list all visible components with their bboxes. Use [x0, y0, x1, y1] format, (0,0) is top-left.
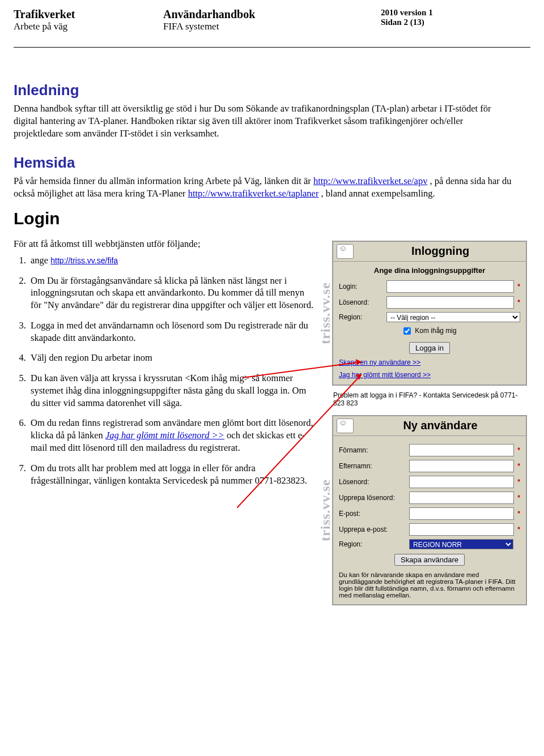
- header-system: FIFA systemet: [163, 21, 313, 32]
- newuser-note: Du kan för närvarande skapa en användare…: [339, 571, 520, 599]
- link-triss-fifa[interactable]: http://triss.vv.se/fifa: [50, 256, 118, 265]
- step1-pre: ange: [31, 255, 50, 266]
- link-apv[interactable]: http://www.trafikverket.se/apv: [313, 176, 427, 186]
- create-user-button[interactable]: Skapa användare: [394, 554, 465, 566]
- fornamn-input[interactable]: [409, 444, 514, 456]
- newuser-panel-title-row: Ny användare: [333, 416, 526, 436]
- newuser-panel: Ny användare Förnamn: * Efternamn: * Lös…: [332, 415, 527, 605]
- losenord-label: Lösenord:: [339, 478, 409, 486]
- section-login-title: Login: [14, 209, 530, 228]
- link-forgot-password[interactable]: Jag har glömt mitt lösenord >>: [339, 371, 431, 379]
- login-panel-title-row: Inloggning: [333, 242, 526, 262]
- link-new-user[interactable]: Skapa en ny användare >>: [339, 358, 420, 366]
- login-input[interactable]: [386, 280, 514, 293]
- req-icon: *: [517, 510, 520, 518]
- epost-label: E-post:: [339, 510, 409, 518]
- watermark-newuser: triss.vv.se: [317, 415, 333, 605]
- newuser-region-label: Region:: [339, 540, 409, 548]
- section-inledning-body: Denna handbok syftar till att översiktli…: [14, 102, 512, 139]
- header-org: Trafikverket: [14, 8, 163, 21]
- efternamn-label: Efternamn:: [339, 462, 409, 470]
- header-version: 2010 version 1: [381, 8, 530, 18]
- link-taplaner[interactable]: http://www.trafikverket.se/taplaner: [188, 188, 319, 199]
- req-icon: *: [517, 478, 520, 486]
- region-select[interactable]: -- Välj region --: [386, 312, 520, 322]
- req-icon: *: [517, 494, 520, 502]
- section-hemsida-title: Hemsida: [14, 154, 530, 172]
- req-icon: *: [517, 462, 520, 470]
- avatar-icon: [337, 244, 354, 259]
- password-label: Lösenord:: [339, 298, 386, 306]
- login-label: Login:: [339, 283, 386, 291]
- newuser-panel-title: Ny användare: [358, 419, 522, 432]
- step-5: Du kan även välja att kryssa i kryssruta…: [28, 372, 314, 409]
- header-rule: [14, 47, 530, 48]
- efternamn-input[interactable]: [409, 460, 514, 472]
- header-page: Sidan 2 (13): [381, 18, 530, 27]
- step-7: Om du trots allt har problem med att log…: [28, 462, 314, 487]
- section-hemsida-body: På vår hemsida finner du allmän informat…: [14, 175, 512, 200]
- section-inledning-title: Inledning: [14, 82, 530, 99]
- password-input[interactable]: [386, 296, 514, 309]
- step-4: Välj den region Du arbetar inom: [28, 352, 314, 364]
- password-required: *: [517, 298, 520, 306]
- login-panel-title: Inloggning: [358, 245, 522, 258]
- hemsida-post: , bland annat exempelsamling.: [321, 188, 435, 199]
- document-header: Trafikverket Arbete på väg Användarhandb…: [14, 8, 530, 32]
- step-2: Om Du är förstagångsanvändare så klicka …: [28, 275, 314, 311]
- remember-checkbox[interactable]: [403, 327, 411, 335]
- link-forgot-inline[interactable]: Jag har glömt mitt lösenord >>: [105, 430, 224, 441]
- req-icon: *: [517, 446, 520, 454]
- req-icon: *: [517, 526, 520, 533]
- problem-text: Problem att logga in i FIFA? - Kontakta …: [333, 391, 520, 407]
- newuser-region-select[interactable]: REGION NORR: [409, 539, 513, 549]
- header-title: Användarhandbok: [163, 8, 313, 21]
- hemsida-pre: På vår hemsida finner du allmän informat…: [14, 176, 313, 186]
- login-button[interactable]: Logga in: [409, 342, 450, 354]
- steps-intro: För att få åtkomst till webbtjänsten utf…: [14, 238, 314, 250]
- header-sub-left: Arbete på väg: [14, 21, 163, 32]
- watermark-login: triss.vv.se: [317, 241, 333, 386]
- losenord-input[interactable]: [409, 476, 514, 488]
- login-required: *: [517, 283, 520, 291]
- epost-input[interactable]: [409, 507, 514, 520]
- login-panel: Inloggning Ange dina inloggningsuppgifte…: [332, 241, 527, 386]
- step-1: ange http://triss.vv.se/fifa: [28, 254, 314, 267]
- login-panel-subtitle: Ange dina inloggningsuppgifter: [339, 266, 520, 275]
- upprepa-losen-input[interactable]: [409, 492, 514, 504]
- remember-label: Kom ihåg mig: [415, 327, 456, 335]
- upprepa-epost-input[interactable]: [409, 523, 514, 536]
- fornamn-label: Förnamn:: [339, 446, 409, 454]
- upprepa-losen-label: Upprepa lösenord:: [339, 494, 409, 502]
- region-label: Region:: [339, 313, 386, 321]
- step-3: Logga in med det användarnamn och löseno…: [28, 319, 314, 344]
- avatar-icon: [337, 418, 354, 433]
- step-6: Om du redan finns registrerad som använd…: [28, 417, 314, 454]
- upprepa-epost-label: Upprepa e-post:: [339, 526, 409, 533]
- steps-list: ange http://triss.vv.se/fifa Om Du är fö…: [14, 254, 314, 486]
